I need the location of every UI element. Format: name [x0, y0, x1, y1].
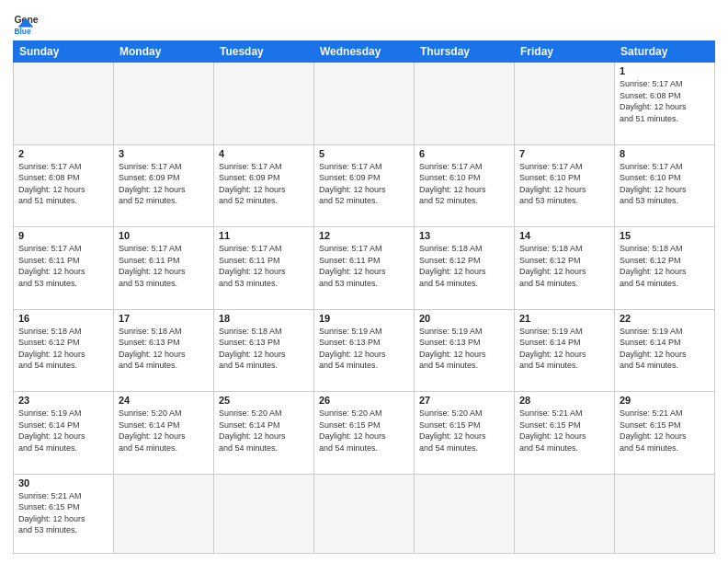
day-info: Sunrise: 5:20 AM Sunset: 6:15 PM Dayligh…	[419, 408, 509, 454]
day-number: 29	[620, 395, 710, 406]
day-info: Sunrise: 5:20 AM Sunset: 6:15 PM Dayligh…	[319, 408, 409, 454]
day-info: Sunrise: 5:19 AM Sunset: 6:13 PM Dayligh…	[419, 326, 509, 372]
day-info: Sunrise: 5:20 AM Sunset: 6:14 PM Dayligh…	[219, 408, 309, 454]
calendar-cell: 11Sunrise: 5:17 AM Sunset: 6:11 PM Dayli…	[214, 227, 314, 310]
calendar-cell	[214, 474, 314, 553]
day-number: 16	[18, 313, 108, 324]
day-info: Sunrise: 5:17 AM Sunset: 6:09 PM Dayligh…	[219, 161, 309, 207]
calendar-cell: 7Sunrise: 5:17 AM Sunset: 6:10 PM Daylig…	[515, 144, 615, 227]
day-info: Sunrise: 5:20 AM Sunset: 6:14 PM Dayligh…	[119, 408, 209, 454]
day-info: Sunrise: 5:19 AM Sunset: 6:13 PM Dayligh…	[319, 326, 409, 372]
calendar-cell: 26Sunrise: 5:20 AM Sunset: 6:15 PM Dayli…	[314, 392, 415, 475]
calendar-cell: 3Sunrise: 5:17 AM Sunset: 6:09 PM Daylig…	[114, 144, 214, 227]
day-info: Sunrise: 5:17 AM Sunset: 6:08 PM Dayligh…	[18, 161, 108, 207]
day-info: Sunrise: 5:18 AM Sunset: 6:12 PM Dayligh…	[519, 243, 609, 289]
calendar-cell: 1Sunrise: 5:17 AM Sunset: 6:08 PM Daylig…	[615, 63, 715, 145]
calendar-cell	[515, 63, 615, 145]
calendar-cell: 28Sunrise: 5:21 AM Sunset: 6:15 PM Dayli…	[515, 392, 615, 475]
day-number: 12	[319, 230, 409, 241]
day-number: 28	[519, 395, 609, 406]
calendar-cell: 2Sunrise: 5:17 AM Sunset: 6:08 PM Daylig…	[14, 144, 114, 227]
header: General Blue	[13, 9, 715, 35]
day-number: 22	[620, 313, 710, 324]
calendar-cell: 29Sunrise: 5:21 AM Sunset: 6:15 PM Dayli…	[615, 392, 715, 475]
day-number: 19	[319, 313, 409, 324]
calendar-cell: 18Sunrise: 5:18 AM Sunset: 6:13 PM Dayli…	[214, 309, 314, 392]
day-number: 1	[620, 65, 710, 76]
day-info: Sunrise: 5:19 AM Sunset: 6:14 PM Dayligh…	[18, 408, 108, 454]
calendar-cell: 16Sunrise: 5:18 AM Sunset: 6:12 PM Dayli…	[14, 309, 114, 392]
calendar-cell: 6Sunrise: 5:17 AM Sunset: 6:10 PM Daylig…	[415, 144, 515, 227]
calendar-cell	[14, 63, 114, 145]
day-info: Sunrise: 5:18 AM Sunset: 6:12 PM Dayligh…	[18, 326, 108, 372]
page: General Blue Sunday Monday Tuesday Wedne…	[0, 0, 728, 563]
calendar-cell: 25Sunrise: 5:20 AM Sunset: 6:14 PM Dayli…	[214, 392, 314, 475]
day-info: Sunrise: 5:17 AM Sunset: 6:10 PM Dayligh…	[419, 161, 509, 207]
calendar-cell	[515, 474, 615, 553]
calendar-cell	[415, 474, 515, 553]
day-number: 2	[18, 148, 108, 159]
day-number: 23	[18, 395, 108, 406]
day-number: 30	[18, 477, 108, 488]
header-saturday: Saturday	[615, 41, 715, 63]
calendar-table: Sunday Monday Tuesday Wednesday Thursday…	[13, 40, 715, 554]
day-number: 24	[119, 395, 209, 406]
day-info: Sunrise: 5:17 AM Sunset: 6:11 PM Dayligh…	[119, 243, 209, 289]
calendar-cell: 17Sunrise: 5:18 AM Sunset: 6:13 PM Dayli…	[114, 309, 214, 392]
day-number: 10	[119, 230, 209, 241]
day-number: 27	[419, 395, 509, 406]
header-friday: Friday	[515, 41, 615, 63]
day-info: Sunrise: 5:21 AM Sunset: 6:15 PM Dayligh…	[620, 408, 710, 454]
day-number: 8	[620, 148, 710, 159]
day-info: Sunrise: 5:18 AM Sunset: 6:12 PM Dayligh…	[620, 243, 710, 289]
day-number: 11	[219, 230, 309, 241]
day-number: 7	[519, 148, 609, 159]
calendar-cell: 14Sunrise: 5:18 AM Sunset: 6:12 PM Dayli…	[515, 227, 615, 310]
calendar-cell: 21Sunrise: 5:19 AM Sunset: 6:14 PM Dayli…	[515, 309, 615, 392]
day-info: Sunrise: 5:17 AM Sunset: 6:11 PM Dayligh…	[18, 243, 108, 289]
day-number: 6	[419, 148, 509, 159]
calendar-cell: 24Sunrise: 5:20 AM Sunset: 6:14 PM Dayli…	[114, 392, 214, 475]
calendar-cell: 9Sunrise: 5:17 AM Sunset: 6:11 PM Daylig…	[14, 227, 114, 310]
day-info: Sunrise: 5:17 AM Sunset: 6:08 PM Dayligh…	[620, 78, 710, 124]
calendar-cell: 8Sunrise: 5:17 AM Sunset: 6:10 PM Daylig…	[615, 144, 715, 227]
calendar-cell	[314, 63, 415, 145]
svg-text:Blue: Blue	[14, 27, 30, 35]
calendar-cell	[314, 474, 415, 553]
day-number: 4	[219, 148, 309, 159]
day-number: 15	[620, 230, 710, 241]
header-sunday: Sunday	[14, 41, 114, 63]
day-info: Sunrise: 5:17 AM Sunset: 6:11 PM Dayligh…	[219, 243, 309, 289]
day-info: Sunrise: 5:18 AM Sunset: 6:13 PM Dayligh…	[119, 326, 209, 372]
header-monday: Monday	[114, 41, 214, 63]
day-info: Sunrise: 5:18 AM Sunset: 6:12 PM Dayligh…	[419, 243, 509, 289]
day-number: 26	[319, 395, 409, 406]
day-number: 3	[119, 148, 209, 159]
day-number: 18	[219, 313, 309, 324]
calendar-cell: 20Sunrise: 5:19 AM Sunset: 6:13 PM Dayli…	[415, 309, 515, 392]
header-tuesday: Tuesday	[214, 41, 314, 63]
calendar-cell: 10Sunrise: 5:17 AM Sunset: 6:11 PM Dayli…	[114, 227, 214, 310]
calendar-cell: 15Sunrise: 5:18 AM Sunset: 6:12 PM Dayli…	[615, 227, 715, 310]
calendar-cell	[114, 63, 214, 145]
calendar-cell: 13Sunrise: 5:18 AM Sunset: 6:12 PM Dayli…	[415, 227, 515, 310]
calendar-cell	[615, 474, 715, 553]
day-number: 14	[519, 230, 609, 241]
calendar-cell	[214, 63, 314, 145]
day-number: 5	[319, 148, 409, 159]
calendar-cell: 19Sunrise: 5:19 AM Sunset: 6:13 PM Dayli…	[314, 309, 415, 392]
day-number: 13	[419, 230, 509, 241]
day-info: Sunrise: 5:17 AM Sunset: 6:09 PM Dayligh…	[119, 161, 209, 207]
day-info: Sunrise: 5:19 AM Sunset: 6:14 PM Dayligh…	[519, 326, 609, 372]
calendar-header-row: Sunday Monday Tuesday Wednesday Thursday…	[14, 41, 715, 63]
calendar-cell	[415, 63, 515, 145]
day-number: 9	[18, 230, 108, 241]
generalblue-logo-icon: General Blue	[13, 9, 39, 35]
day-number: 17	[119, 313, 209, 324]
day-info: Sunrise: 5:21 AM Sunset: 6:15 PM Dayligh…	[519, 408, 609, 454]
calendar-cell: 22Sunrise: 5:19 AM Sunset: 6:14 PM Dayli…	[615, 309, 715, 392]
day-number: 20	[419, 313, 509, 324]
calendar-cell: 12Sunrise: 5:17 AM Sunset: 6:11 PM Dayli…	[314, 227, 415, 310]
calendar-cell: 23Sunrise: 5:19 AM Sunset: 6:14 PM Dayli…	[14, 392, 114, 475]
calendar-cell: 5Sunrise: 5:17 AM Sunset: 6:09 PM Daylig…	[314, 144, 415, 227]
